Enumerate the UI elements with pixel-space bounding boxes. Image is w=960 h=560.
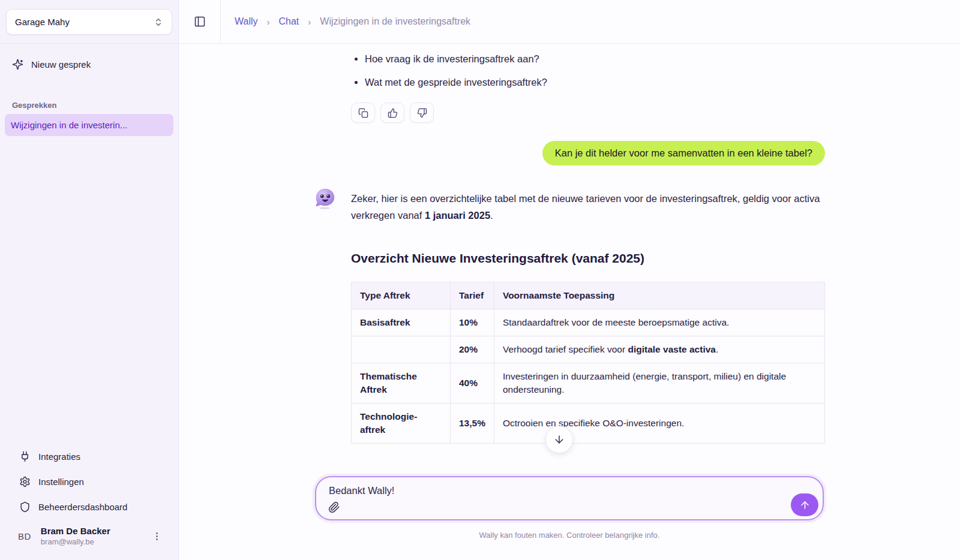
- chevrons-up-down-icon: [154, 17, 163, 27]
- assistant-bullet: Hoe vraag ik de investeringsaftrek aan?: [365, 52, 825, 66]
- attach-file-button[interactable]: [328, 501, 340, 513]
- assistant-bullet-list: Hoe vraag ik de investeringsaftrek aan? …: [351, 52, 825, 98]
- sidebar-nav: Nieuw gesprek: [0, 44, 178, 76]
- sidebar: Garage Mahy Nieuw gesprek Gesprekken Wij…: [0, 0, 179, 560]
- arrow-up-icon: [799, 499, 811, 511]
- column-header: Voornaamste Toepassing: [494, 282, 824, 309]
- conversation-item[interactable]: Wijzigingen in de investerin...: [5, 114, 173, 136]
- gear-icon: [19, 476, 31, 487]
- table-row: Technologie-aftrek 13,5% Octrooien en sp…: [352, 404, 825, 444]
- breadcrumb-item-current: Wijzigingen in de investeringsaftrek: [320, 16, 470, 27]
- breadcrumb: Wally › Chat › Wijzigingen in de investe…: [235, 16, 470, 27]
- table-title: Overzicht Nieuwe Investeringsaftrek (van…: [351, 251, 825, 266]
- thumbs-up-icon: [388, 108, 398, 118]
- new-chat-label: Nieuw gesprek: [31, 59, 91, 70]
- table-row: Basisaftrek 10% Standaardaftrek voor de …: [352, 309, 825, 336]
- sidebar-footer: Integraties Instellingen Beheerdersdashb…: [0, 444, 178, 560]
- chat-scroll-area[interactable]: Hoe vraag ik de investeringsaftrek aan? …: [179, 44, 960, 476]
- table-row: Thematische Aftrek 40% Investeringen in …: [352, 363, 825, 404]
- column-header: Type Aftrek: [352, 282, 451, 309]
- breadcrumb-item-wally[interactable]: Wally: [235, 16, 258, 27]
- sparkles-icon: [12, 59, 23, 70]
- cell-rate: 10%: [451, 309, 494, 336]
- user-message-bubble: Kan je dit helder voor me samenvatten in…: [542, 141, 825, 165]
- user-account-row[interactable]: BD Bram De Backer bram@wally.be: [5, 519, 173, 556]
- thumbs-down-button[interactable]: [410, 103, 434, 123]
- send-button[interactable]: [791, 493, 818, 516]
- panel-left-icon: [194, 16, 206, 28]
- thumbs-down-icon: [417, 108, 427, 118]
- chevron-right-icon: ›: [267, 17, 270, 27]
- cell-type: Basisaftrek: [352, 309, 451, 336]
- chevron-right-icon: ›: [308, 17, 311, 27]
- sidebar-item-label: Beheerdersdashboard: [38, 502, 127, 512]
- new-chat-button[interactable]: Nieuw gesprek: [5, 53, 173, 76]
- plug-icon: [19, 451, 31, 462]
- user-name: Bram De Backer: [41, 525, 110, 537]
- paperclip-icon: [328, 501, 340, 513]
- investeringsaftrek-table: Type Aftrek Tarief Voornaamste Toepassin…: [351, 282, 825, 444]
- arrow-down-icon: [553, 433, 565, 445]
- copy-button[interactable]: [351, 103, 375, 123]
- main-area: Wally › Chat › Wijzigingen in de investe…: [179, 0, 960, 560]
- cell-desc: Standaardaftrek voor de meeste beroepsma…: [494, 309, 824, 336]
- cell-desc: Octrooien en specifieke O&O-investeringe…: [494, 404, 824, 444]
- workspace-selector-wrap: Garage Mahy: [0, 0, 178, 44]
- conversation-list: Wijzigingen in de investerin...: [0, 114, 178, 136]
- conversations-section-label: Gesprekken: [12, 101, 178, 110]
- workspace-selector[interactable]: Garage Mahy: [6, 9, 172, 35]
- column-header: Tarief: [451, 282, 494, 309]
- cell-desc: Investeringen in duurzaamheid (energie, …: [494, 363, 824, 404]
- cell-type: Technologie-aftrek: [352, 404, 451, 444]
- user-avatar-initials: BD: [18, 531, 31, 541]
- cell-desc: Verhoogd tarief specifiek voor digitale …: [494, 336, 824, 363]
- workspace-name: Garage Mahy: [15, 17, 70, 27]
- cell-type: [352, 336, 451, 363]
- user-email: bram@wally.be: [41, 537, 110, 547]
- message-input-value: Bedankt Wally!: [329, 485, 394, 496]
- thumbs-up-button[interactable]: [380, 103, 404, 123]
- message-list: Hoe vraag ik de investeringsaftrek aan? …: [314, 44, 825, 444]
- header-divider: [220, 0, 221, 44]
- composer: Bedankt Wally! Wally kan fouten maken. C…: [315, 476, 824, 560]
- sidebar-item-beheerdersdashboard[interactable]: Beheerdersdashboard: [5, 494, 173, 519]
- assistant-bullet: Wat met de gespreide investeringsaftrek?: [365, 75, 825, 89]
- assistant-message: Zeker, hier is een overzichtelijke tabel…: [314, 187, 825, 224]
- disclaimer-text: Wally kan fouten maken. Controleer belan…: [315, 531, 824, 540]
- cell-rate: 40%: [451, 363, 494, 404]
- table-row: 20% Verhoogd tarief specifiek voor digit…: [352, 336, 825, 363]
- message-actions: [351, 103, 825, 123]
- shield-icon: [19, 501, 31, 513]
- sidebar-item-integraties[interactable]: Integraties: [5, 444, 173, 469]
- user-menu-button[interactable]: [148, 528, 165, 544]
- cell-rate: 13,5%: [451, 404, 494, 444]
- header: Wally › Chat › Wijzigingen in de investe…: [179, 0, 960, 44]
- table-header-row: Type Aftrek Tarief Voornaamste Toepassin…: [352, 282, 825, 309]
- breadcrumb-item-chat[interactable]: Chat: [279, 16, 299, 27]
- cell-rate: 20%: [451, 336, 494, 363]
- sidebar-item-label: Instellingen: [38, 477, 84, 487]
- cell-type: Thematische Aftrek: [352, 363, 451, 404]
- sidebar-toggle-button[interactable]: [188, 10, 212, 34]
- copy-icon: [358, 108, 368, 118]
- conversation-title: Wijzigingen in de investerin...: [11, 120, 127, 130]
- message-input[interactable]: Bedankt Wally!: [315, 476, 824, 520]
- sidebar-item-instellingen[interactable]: Instellingen: [5, 469, 173, 494]
- assistant-message-text: Zeker, hier is een overzichtelijke tabel…: [351, 187, 825, 224]
- scroll-to-bottom-button[interactable]: [545, 426, 573, 453]
- dots-vertical-icon: [152, 531, 162, 541]
- assistant-avatar: [314, 187, 337, 210]
- sidebar-item-label: Integraties: [38, 451, 80, 462]
